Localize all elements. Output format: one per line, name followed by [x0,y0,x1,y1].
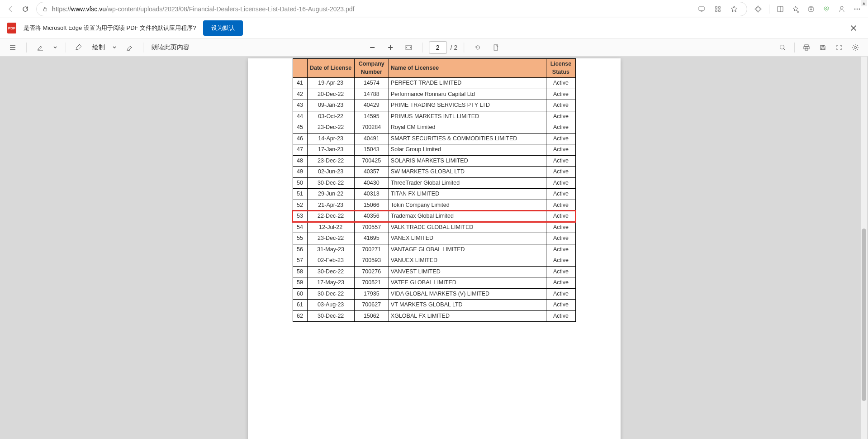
draw-label: 绘制 [92,43,105,52]
save-icon [819,44,826,51]
reader-mode-button[interactable] [694,2,709,16]
split-screen-button[interactable] [773,2,787,16]
close-icon [850,25,857,31]
cell-row-number: 56 [293,244,307,255]
lock-icon [42,6,48,12]
page-view-button[interactable] [489,40,503,55]
cell-licensee-name: PRIME TRADING SERVICES PTY LTD [389,100,546,111]
find-button[interactable] [775,40,790,55]
cell-status: Active [546,177,575,189]
infobar-prompt: 是否将 Microsoft Edge 设置为用于阅读 PDF 文件的默认应用程序… [24,24,196,32]
read-aloud-button[interactable]: 朗读此页内容 [152,43,190,52]
page-number-input[interactable] [429,41,447,54]
cell-status: Active [546,255,575,267]
cell-row-number: 55 [293,233,307,244]
cell-licensee-name: VIDA GLOBAL MARKETS (V) LIMITED [389,288,546,300]
cell-licensee-name: ThreeTrader Global Limited [389,177,546,189]
cell-company-number: 40491 [354,133,389,144]
cell-status: Active [546,155,575,167]
refresh-button[interactable] [18,2,33,16]
cell-row-number: 45 [293,122,307,134]
cell-licensee-name: TITAN FX LIMITED [389,189,546,200]
cell-status: Active [546,300,575,311]
draw-dropdown[interactable] [110,40,119,55]
highlight-button[interactable] [33,40,47,55]
cell-licensee-name: Performance Ronnaru Capital Ltd [389,89,546,100]
svg-rect-30 [821,48,824,50]
cell-row-number: 43 [293,100,307,111]
cell-row-number: 50 [293,177,307,189]
table-row: 5030-Dec-2240430ThreeTrader Global Limit… [293,177,575,189]
col-header-name: Name of Licensee [389,59,546,78]
collections-button[interactable] [804,2,818,16]
cell-status: Active [546,200,575,211]
performance-button[interactable] [819,2,834,16]
table-row: 5129-Jun-2240313TITAN FX LIMITEDActive [293,189,575,200]
cell-row-number: 47 [293,144,307,156]
cell-date: 02-Jun-23 [307,167,354,178]
app-button[interactable] [711,2,725,16]
page-icon [492,43,500,52]
cell-date: 30-Dec-22 [307,310,354,322]
cell-company-number: 40430 [354,177,389,189]
cell-company-number: 700271 [354,244,389,255]
table-header-row: Date of License Company Number Name of L… [293,59,575,78]
cell-licensee-name: PERFECT TRADE LIMITED [389,78,546,89]
highlight-dropdown[interactable] [51,40,59,55]
cell-date: 14-Apr-23 [307,133,354,144]
address-bar[interactable]: https://www.vfsc.vu/wp-content/uploads/2… [36,2,747,16]
cell-row-number: 53 [293,211,307,222]
cell-status: Active [546,310,575,322]
table-row: 4403-Oct-2214595PRIMUS MARKETS INTL LIMI… [293,111,575,122]
fit-button[interactable] [401,40,416,55]
rotate-button[interactable] [470,40,485,55]
vertical-scrollbar[interactable] [861,57,867,439]
cell-date: 19-Apr-23 [307,78,354,89]
set-default-button[interactable]: 设为默认 [203,20,243,36]
table-row: 4523-Dec-22700284Royal CM LimitedActive [293,122,575,134]
print-button[interactable] [799,40,814,55]
scroll-up-arrow[interactable]: ▲ [861,0,867,6]
settings-button[interactable] [848,40,863,55]
star-icon [730,5,738,13]
separator [422,43,422,52]
cell-licensee-name: VT MARKETS GLOBAL LTD [389,300,546,311]
favorites-list-button[interactable] [788,2,803,16]
chevron-down-icon [53,45,57,50]
cell-status: Active [546,144,575,156]
fullscreen-button[interactable] [832,40,846,55]
collections-icon [807,5,815,13]
pdf-toolbar: 绘制 朗读此页内容 / 2 [0,38,868,57]
cell-status: Active [546,211,575,222]
zoom-out-button[interactable] [365,40,379,55]
cell-company-number: 40429 [354,100,389,111]
scrollbar-thumb[interactable] [862,229,866,401]
close-infobar-button[interactable] [846,21,861,35]
cell-date: 30-Dec-22 [307,177,354,189]
svg-rect-24 [494,45,498,50]
profile-button[interactable] [835,2,849,16]
extensions-button[interactable] [751,2,765,16]
cell-licensee-name: XGLOBAL FX LIMITED [389,310,546,322]
search-icon [779,44,786,51]
list-icon [9,43,17,52]
cell-licensee-name: VALK TRADE GLOBAL LIMITED [389,222,546,233]
save-button[interactable] [816,40,830,55]
erase-button[interactable] [122,40,137,55]
cell-company-number: 700521 [354,277,389,289]
draw-button[interactable] [72,40,87,55]
cell-company-number: 41695 [354,233,389,244]
cell-status: Active [546,222,575,233]
contents-button[interactable] [5,40,20,55]
eraser-icon [125,43,133,52]
favorite-button[interactable] [727,2,741,16]
table-row: 5523-Dec-2241695VANEX LIMITEDActive [293,233,575,244]
svg-line-26 [784,48,786,50]
more-horizontal-icon [854,5,861,13]
zoom-in-button[interactable] [383,40,398,55]
cell-row-number: 48 [293,155,307,167]
back-button[interactable] [4,2,18,16]
cell-date: 23-Dec-22 [307,155,354,167]
cell-company-number: 700593 [354,255,389,267]
table-row: 6030-Dec-2217935VIDA GLOBAL MARKETS (V) … [293,288,575,300]
